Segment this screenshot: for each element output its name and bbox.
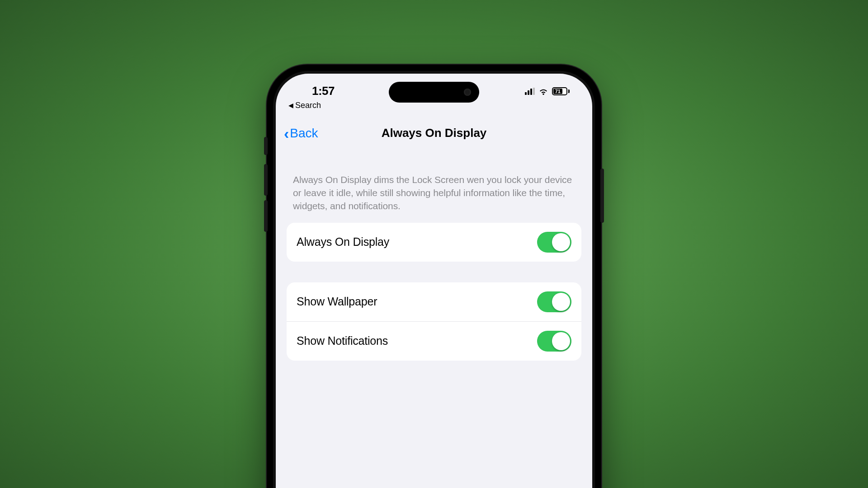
- page-title: Always On Display: [276, 126, 592, 140]
- power-button[interactable]: [600, 169, 604, 223]
- row-show-notifications: Show Notifications: [287, 321, 581, 361]
- screen: 1:57 71: [276, 74, 592, 488]
- breadcrumb-label: Search: [295, 101, 321, 110]
- settings-content: Always On Display dims the Lock Screen w…: [276, 160, 592, 488]
- volume-up-button[interactable]: [264, 164, 268, 196]
- row-label: Show Notifications: [297, 334, 388, 347]
- toggle-show-notifications[interactable]: [537, 331, 571, 352]
- row-always-on-display: Always On Display: [287, 223, 581, 262]
- back-button-label: Back: [290, 126, 318, 141]
- battery-indicator: 71: [552, 87, 570, 95]
- status-time: 1:57: [294, 84, 335, 98]
- row-label: Show Wallpaper: [297, 295, 377, 308]
- phone-frame: 1:57 71: [267, 65, 601, 488]
- settings-group-2: Show Wallpaper Show Notifications: [287, 282, 581, 361]
- chevron-left-icon: ‹: [284, 126, 289, 141]
- back-button[interactable]: ‹ Back: [284, 126, 318, 141]
- wifi-icon: [538, 88, 548, 95]
- breadcrumb-back-to-search[interactable]: ◀ Search: [288, 101, 321, 110]
- toggle-show-wallpaper[interactable]: [537, 291, 571, 312]
- volume-down-button[interactable]: [264, 200, 268, 232]
- section-description: Always On Display dims the Lock Screen w…: [287, 173, 581, 223]
- settings-group-1: Always On Display: [287, 223, 581, 262]
- battery-percent: 71: [555, 89, 561, 94]
- cellular-signal-icon: [525, 88, 535, 95]
- row-show-wallpaper: Show Wallpaper: [287, 282, 581, 321]
- mute-switch[interactable]: [264, 137, 268, 155]
- back-arrow-icon: ◀: [288, 102, 293, 109]
- dynamic-island[interactable]: [389, 82, 479, 103]
- row-label: Always On Display: [297, 235, 389, 249]
- nav-bar: ‹ Back Always On Display: [276, 119, 592, 148]
- toggle-always-on-display[interactable]: [537, 232, 571, 253]
